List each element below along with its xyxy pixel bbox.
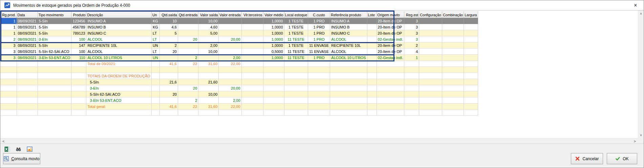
grid-cell[interactable]: LT <box>151 30 159 36</box>
grid-cell[interactable]: 1,0000 <box>263 42 284 49</box>
grid-cell[interactable]: 2,00 <box>219 55 241 61</box>
grid-cell[interactable]: 20 <box>159 49 178 55</box>
grid-cell[interactable] <box>464 42 478 49</box>
grid-cell[interactable] <box>367 30 377 36</box>
grid-cell[interactable] <box>0 104 17 110</box>
grid-cell[interactable]: TOTAIS DA ORDEM DE PRODUÇÃO <box>86 73 151 79</box>
grid-cell[interactable] <box>178 24 198 30</box>
grid-cell[interactable] <box>464 73 478 79</box>
grid-cell[interactable] <box>241 97 263 104</box>
grid-cell[interactable]: 100 <box>71 36 86 42</box>
scroll-up-icon[interactable]: ∧ <box>640 12 642 15</box>
grid-cell[interactable] <box>377 67 404 73</box>
grid-cell[interactable]: 1,0000 <box>263 55 284 61</box>
grid-cell[interactable] <box>284 61 308 67</box>
grid-cell[interactable] <box>284 73 308 79</box>
grid-cell[interactable]: KG <box>151 18 159 24</box>
grid-cell[interactable]: 1 <box>404 55 419 61</box>
grid-cell[interactable]: 11 TESTE <box>284 55 308 61</box>
grid-cell[interactable] <box>404 79 419 85</box>
grid-cell[interactable] <box>367 85 377 91</box>
grid-cell[interactable]: LT <box>151 36 159 42</box>
grid-cell[interactable] <box>330 110 367 116</box>
grid-cell[interactable]: 123456 <box>71 18 86 24</box>
grid-cell[interactable] <box>71 97 86 104</box>
grid-row[interactable]: Total de 09/2021:41,62231,6022,00 <box>0 61 478 67</box>
grid-cell[interactable]: 1 <box>0 24 17 30</box>
grid-cell[interactable] <box>419 55 442 61</box>
grid-row[interactable]: 308/09/20213-EIn 53-ENT.ACO110ÁLCOOL 10 … <box>0 55 478 61</box>
column-header[interactable]: Vlr.terceiros <box>241 12 263 18</box>
grid-cell[interactable]: 3 <box>404 36 419 42</box>
grid-cell[interactable] <box>0 73 17 79</box>
grid-cell[interactable] <box>178 79 198 85</box>
grid-cell[interactable]: 22,00 <box>219 61 241 67</box>
grid-cell[interactable] <box>377 79 404 85</box>
vertical-scrollbar[interactable]: ∧ ∨ <box>638 11 644 138</box>
grid-cell[interactable] <box>263 85 284 91</box>
grid-cell[interactable] <box>284 91 308 97</box>
grid-cell[interactable]: 08/09/2021 <box>17 18 38 24</box>
grid-cell[interactable]: LT <box>151 49 159 55</box>
grid-cell[interactable]: 10,00 <box>198 18 219 24</box>
horizontal-scrollbar[interactable]: < > <box>0 138 638 144</box>
grid-cell[interactable]: 110 <box>71 55 86 61</box>
grid-cell[interactable] <box>38 104 71 110</box>
column-header[interactable]: Qtd.saída <box>159 12 178 18</box>
grid-cell[interactable]: UN <box>151 42 159 49</box>
grid-cell[interactable] <box>263 97 284 104</box>
column-header[interactable]: Largura <box>464 12 478 18</box>
column-header[interactable]: Local estoque <box>284 12 308 18</box>
grid-cell[interactable] <box>367 79 377 85</box>
grid-cell[interactable] <box>178 42 198 49</box>
export-icon[interactable] <box>27 146 33 152</box>
grid-cell[interactable] <box>442 79 464 85</box>
grid-cell[interactable] <box>178 18 198 24</box>
grid-cell[interactable] <box>159 110 178 116</box>
grid-cell[interactable]: 5-SIn <box>38 30 71 36</box>
grid-cell[interactable] <box>284 67 308 73</box>
grid-cell[interactable] <box>151 85 159 91</box>
grid-cell[interactable] <box>38 79 71 85</box>
grid-cell[interactable]: 5-SIn 62-SAI.ACO <box>86 91 151 97</box>
grid-row[interactable]: 308/09/20215-SIn147RECIPIENTE 10LUN22,00… <box>0 42 478 49</box>
grid-cell[interactable] <box>71 91 86 97</box>
grid-cell[interactable] <box>330 67 367 73</box>
grid-cell[interactable] <box>404 85 419 91</box>
grid-cell[interactable]: 4 <box>404 49 419 55</box>
grid-cell[interactable]: 31,60 <box>198 61 219 67</box>
grid-cell[interactable] <box>377 104 404 110</box>
grid-cell[interactable]: 3 <box>0 55 17 61</box>
grid-cell[interactable] <box>464 104 478 110</box>
grid-cell[interactable] <box>86 67 151 73</box>
grid-cell[interactable] <box>178 49 198 55</box>
grid-row[interactable]: 108/09/20215-SIn456789INSUMO BKG4,64,601… <box>0 24 478 30</box>
grid-cell[interactable] <box>419 49 442 55</box>
grid-cell[interactable] <box>330 79 367 85</box>
grid-cell[interactable] <box>241 55 263 61</box>
grid-cell[interactable] <box>367 91 377 97</box>
column-header[interactable]: Lote <box>367 12 377 18</box>
column-header[interactable]: Un <box>151 12 159 18</box>
grid-cell[interactable] <box>377 61 404 67</box>
grid-cell[interactable] <box>308 97 330 104</box>
grid-cell[interactable] <box>367 97 377 104</box>
ok-button[interactable]: OK <box>607 153 637 164</box>
grid-cell[interactable] <box>0 67 17 73</box>
grid-cell[interactable] <box>442 97 464 104</box>
grid-cell[interactable] <box>241 85 263 91</box>
grid-cell[interactable] <box>241 42 263 49</box>
grid-cell[interactable]: 41,6 <box>159 61 178 67</box>
grid-row[interactable]: TOTAIS DA ORDEM DE PRODUÇÃO <box>0 73 478 79</box>
grid-cell[interactable] <box>17 97 38 104</box>
grid-cell[interactable] <box>17 67 38 73</box>
grid-cell[interactable] <box>38 67 71 73</box>
grid-cell[interactable] <box>38 97 71 104</box>
grid-cell[interactable] <box>241 104 263 110</box>
grid-cell[interactable] <box>198 97 219 104</box>
grid-cell[interactable] <box>263 73 284 79</box>
grid-cell[interactable] <box>219 73 241 79</box>
column-header[interactable]: Reg.est <box>404 12 419 18</box>
grid-cell[interactable]: 02-Gestao indl. <box>377 36 404 42</box>
grid-cell[interactable] <box>367 49 377 55</box>
